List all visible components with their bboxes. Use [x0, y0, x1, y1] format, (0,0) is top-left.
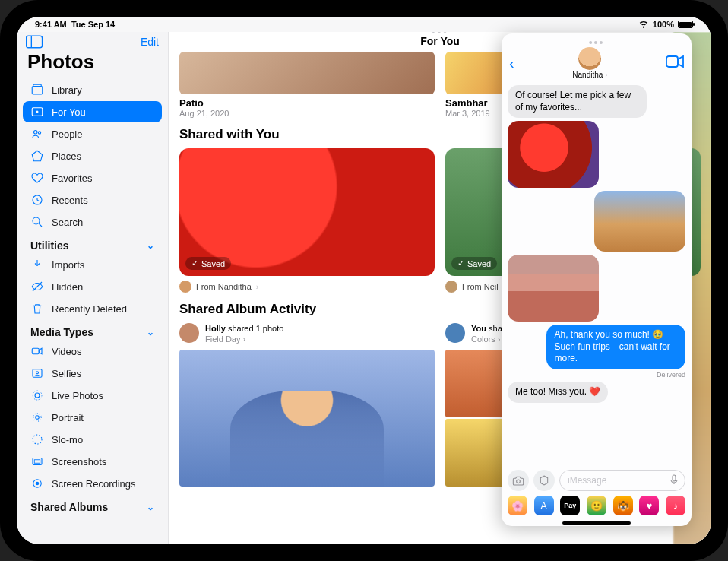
imessage-app-apple-pay[interactable]: Pay — [560, 496, 580, 515]
portrait-icon — [30, 410, 44, 424]
facetime-video-button[interactable] — [666, 55, 684, 71]
imessage-app-digital-touch[interactable]: ♥ — [639, 496, 659, 515]
battery-icon — [678, 21, 693, 28]
imessage-app-music[interactable]: ♪ — [666, 496, 685, 515]
sidebar-item-label: For You — [52, 106, 86, 118]
sidebar-item-videos[interactable]: Videos — [23, 341, 162, 362]
sidebar-item-imports[interactable]: Imports — [23, 254, 162, 275]
message-image-incoming[interactable] — [508, 255, 599, 322]
memory-card[interactable]: Patio Aug 21, 2020 — [179, 52, 435, 118]
imessage-app-photos[interactable]: 🌸 — [508, 496, 527, 515]
sidebar-item-label: Videos — [52, 346, 82, 357]
shared-from-row[interactable]: From Nanditha › — [179, 280, 435, 293]
selfies-icon — [30, 366, 44, 380]
message-image-incoming[interactable] — [508, 121, 599, 188]
activity-album: Field Day — [205, 334, 240, 344]
sidebar-item-label: Library — [52, 84, 82, 96]
svg-rect-26 — [673, 475, 676, 481]
sidebar-item-label: Selfies — [52, 368, 81, 379]
svg-point-14 — [36, 372, 39, 374]
screenshot-icon — [30, 455, 44, 468]
section-shared-albums[interactable]: Shared Albums ⌄ — [21, 495, 163, 515]
sidebar-item-people[interactable]: People — [23, 123, 162, 144]
sidebar-item-favorites[interactable]: Favorites — [23, 167, 162, 189]
sidebar-item-live-photos[interactable]: Live Photos — [23, 385, 162, 406]
svg-point-17 — [36, 416, 40, 420]
imessage-app-appstore[interactable]: A — [534, 496, 554, 515]
messages-slideover[interactable]: ••• ‹ Nanditha › Of course! Let me pick … — [502, 33, 692, 526]
sidebar-item-slomo[interactable]: Slo-mo — [23, 429, 162, 450]
wifi-icon — [638, 18, 649, 30]
for-you-icon — [30, 105, 44, 119]
live-photos-icon — [30, 388, 44, 402]
section-media-types[interactable]: Media Types ⌄ — [21, 320, 163, 340]
sidebar-item-screenshots[interactable]: Screenshots — [23, 451, 162, 472]
activity-card[interactable]: Holly shared 1 photo Field Day › — [179, 323, 435, 487]
message-bubble-outgoing[interactable]: Ah, thank you so much! 🥹 Such fun trips—… — [546, 325, 685, 369]
sidebar-item-places[interactable]: Places — [23, 145, 162, 166]
slideover-grabber-icon[interactable]: ••• — [589, 36, 605, 49]
sidebar-item-screen-recordings[interactable]: Screen Recordings — [23, 473, 162, 494]
chevron-down-icon: ⌄ — [147, 240, 154, 251]
memory-title: Patio — [179, 97, 435, 109]
dictation-icon[interactable] — [668, 474, 680, 488]
svg-rect-24 — [666, 56, 678, 67]
svg-point-23 — [36, 482, 40, 486]
multitask-dots-icon[interactable]: ••• — [432, 32, 449, 38]
shared-from-label: From Nanditha — [196, 282, 252, 291]
avatar — [445, 280, 457, 293]
back-button[interactable]: ‹ — [509, 55, 514, 72]
chevron-right-icon: › — [605, 71, 607, 79]
avatar — [445, 323, 465, 343]
sidebar-item-label: People — [52, 128, 82, 140]
imessage-app-stickers[interactable]: 🐯 — [613, 496, 633, 515]
sidebar-item-recently-deleted[interactable]: Recently Deleted — [23, 298, 162, 319]
svg-point-16 — [33, 391, 42, 400]
svg-rect-13 — [33, 369, 42, 378]
sidebar-toggle-icon[interactable] — [26, 35, 43, 49]
chevron-right-icon: › — [242, 334, 245, 344]
message-thread[interactable]: Of course! Let me pick a few of my favor… — [502, 82, 692, 467]
eye-slash-icon — [30, 280, 44, 293]
sidebar-item-label: Search — [52, 217, 83, 228]
section-label: Utilities — [30, 239, 69, 252]
svg-rect-20 — [33, 458, 42, 465]
svg-point-18 — [33, 414, 42, 422]
clock-icon — [30, 193, 44, 207]
edit-button[interactable]: Edit — [141, 36, 159, 48]
status-bar: 9:41 AM Tue Sep 14 100% — [17, 17, 711, 32]
activity-photo — [179, 350, 435, 487]
app-title: Photos — [17, 49, 168, 78]
message-bubble-incoming[interactable]: Me too! Miss you. ❤️ — [508, 382, 608, 403]
sidebar-item-recents[interactable]: Recents — [23, 189, 162, 211]
sidebar-item-for-you[interactable]: For You — [23, 101, 162, 122]
sidebar-item-search[interactable]: Search — [23, 211, 162, 233]
shared-card[interactable]: ✓ Saved From Nanditha › — [179, 148, 435, 293]
sidebar-item-portrait[interactable]: Portrait — [23, 407, 162, 428]
places-icon — [30, 149, 44, 163]
section-utilities[interactable]: Utilities ⌄ — [21, 233, 163, 253]
screen: 9:41 AM Tue Sep 14 100% Edit Photos — [17, 17, 711, 544]
sidebar-item-label: Imports — [52, 259, 84, 271]
activity-action: shared 1 photo — [228, 324, 283, 333]
sidebar-item-library[interactable]: Library — [23, 79, 162, 100]
contact-info[interactable]: Nanditha › — [572, 47, 607, 79]
svg-point-6 — [34, 131, 38, 135]
home-indicator[interactable] — [562, 521, 631, 525]
chevron-right-icon: › — [498, 334, 501, 344]
message-input[interactable]: iMessage — [559, 470, 685, 491]
message-image-incoming[interactable] — [594, 191, 685, 252]
message-bubble-incoming[interactable]: Of course! Let me pick a few of my favor… — [508, 85, 647, 118]
imessage-app-memoji[interactable]: 🙂 — [587, 496, 606, 515]
sidebar-item-hidden[interactable]: Hidden — [23, 276, 162, 297]
import-icon — [30, 258, 44, 271]
app-store-button[interactable] — [533, 470, 555, 491]
svg-rect-21 — [34, 460, 40, 464]
screen-recording-icon — [30, 477, 44, 490]
activity-album: Colors — [471, 334, 495, 344]
chevron-right-icon: › — [256, 282, 259, 291]
sidebar-item-selfies[interactable]: Selfies — [23, 363, 162, 384]
chevron-down-icon: ⌄ — [147, 502, 154, 512]
section-label: Shared Albums — [30, 501, 108, 513]
camera-button[interactable] — [508, 470, 529, 491]
